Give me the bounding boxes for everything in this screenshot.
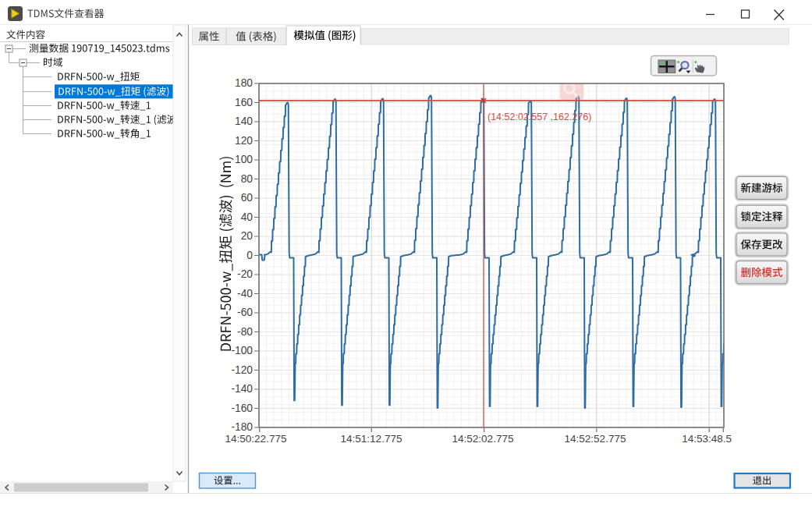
svg-text:-120: -120 <box>231 364 253 376</box>
svg-text:-180: -180 <box>231 421 253 433</box>
svg-text:160: 160 <box>235 97 253 108</box>
svg-text:14:53:48.5: 14:53:48.5 <box>682 433 732 445</box>
svg-text:14:50:22.775: 14:50:22.775 <box>225 433 287 445</box>
svg-text:14:51:12.775: 14:51:12.775 <box>341 433 402 445</box>
svg-text:-100: -100 <box>231 345 253 356</box>
svg-text:180: 180 <box>235 77 253 89</box>
svg-text:100: 100 <box>235 154 253 165</box>
svg-text:60: 60 <box>241 192 254 204</box>
svg-text:14:52:02.775: 14:52:02.775 <box>452 433 514 445</box>
svg-text:14:52:52.775: 14:52:52.775 <box>565 433 626 445</box>
svg-text:-40: -40 <box>237 288 253 300</box>
svg-text:80: 80 <box>241 173 254 185</box>
svg-text:20: 20 <box>241 230 254 242</box>
svg-text:-20: -20 <box>237 268 253 280</box>
svg-text:-80: -80 <box>237 326 253 338</box>
svg-text:40: 40 <box>241 211 254 223</box>
svg-text:120: 120 <box>235 135 253 147</box>
svg-text:140: 140 <box>235 115 253 127</box>
svg-text:0: 0 <box>246 250 253 261</box>
svg-text:(14:52:02.557 ,162.276): (14:52:02.557 ,162.276) <box>488 112 591 122</box>
svg-text:-60: -60 <box>237 307 253 318</box>
svg-text:-160: -160 <box>231 402 253 414</box>
svg-text:-140: -140 <box>231 383 253 395</box>
